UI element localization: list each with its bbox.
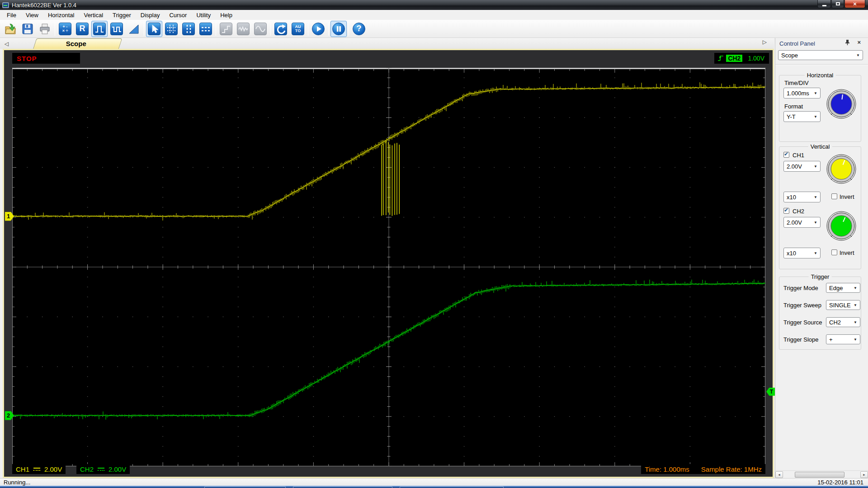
ch1-volts-select[interactable]: 2.00V▼ <box>783 161 821 172</box>
control-panel-close-icon[interactable]: × <box>857 39 861 45</box>
vertical-cursor-button[interactable] <box>180 21 197 37</box>
rising-edge-icon <box>717 54 724 62</box>
ch2-volts-select[interactable]: 2.00V▼ <box>783 217 821 228</box>
pointer-tool-button[interactable] <box>146 21 162 37</box>
open-folder-icon <box>4 23 17 35</box>
trigger-source-select[interactable]: CH2▼ <box>826 317 860 327</box>
maximize-button[interactable] <box>831 0 844 8</box>
refresh-button[interactable] <box>273 21 289 37</box>
horizontal-cursor-button[interactable] <box>198 21 214 37</box>
trigger-sweep-select[interactable]: SINGLE▼ <box>826 300 860 310</box>
minimize-button[interactable] <box>817 0 831 8</box>
scroll-right-button[interactable]: ► <box>860 471 868 478</box>
tab-scroll-left-icon[interactable]: ◁ <box>5 41 9 47</box>
ch1-invert-checkbox[interactable] <box>831 193 837 199</box>
print-button[interactable] <box>37 21 53 37</box>
menu-vertical[interactable]: Vertical <box>80 10 107 20</box>
step-signal-button[interactable] <box>218 21 234 37</box>
control-panel: Control Panel × Scope▼ Horizontal Time/D… <box>775 38 868 478</box>
noise-signal-button[interactable] <box>235 21 251 37</box>
ch2-position-knob[interactable] <box>826 211 857 241</box>
auto-set-button[interactable]: AU TO <box>290 21 306 37</box>
taskbar-button-edge <box>293 486 392 488</box>
windows-taskbar-edge <box>0 486 868 488</box>
ch1-probe-select[interactable]: x10▼ <box>783 192 821 202</box>
chevron-down-icon: ▼ <box>854 286 857 290</box>
tab-scope[interactable]: Scope <box>33 38 119 49</box>
menu-utility[interactable]: Utility <box>192 10 215 20</box>
waveform-pulse2-button[interactable] <box>108 21 125 37</box>
ch1-readout: CH12.00V <box>12 464 66 474</box>
trigger-readout: CH2 1.00V <box>714 53 769 64</box>
trigger-sweep-label: Trigger Sweep <box>783 302 821 309</box>
play-icon <box>313 23 324 34</box>
trigger-slope-select[interactable]: +▼ <box>826 334 860 344</box>
status-bar: Running... 15-02-2016 11:01 <box>0 478 868 486</box>
reference-icon: R <box>80 24 85 33</box>
step-wave-icon <box>221 23 231 34</box>
ch2-invert-checkbox[interactable] <box>831 249 837 255</box>
waveform-pulse-button[interactable] <box>91 21 108 37</box>
menu-display[interactable]: Display <box>137 10 164 20</box>
menu-view[interactable]: View <box>22 10 42 20</box>
format-label: Format <box>784 103 803 110</box>
menu-file[interactable]: File <box>3 10 20 20</box>
math-button[interactable]: + - × ÷ <box>57 21 73 37</box>
pin-icon[interactable] <box>845 39 850 46</box>
trigger-level-marker[interactable]: T <box>766 388 775 396</box>
control-panel-header: Control Panel × <box>775 38 868 49</box>
toolbar-separator <box>349 22 349 36</box>
timediv-select[interactable]: 1.000ms▼ <box>783 88 821 99</box>
timediv-label: Time/DIV <box>784 80 809 86</box>
scroll-left-button[interactable]: ◄ <box>775 471 783 478</box>
scope-screen <box>12 68 765 466</box>
reference-button[interactable]: R <box>74 21 90 37</box>
format-select[interactable]: Y-T▼ <box>783 111 821 122</box>
noise-wave-icon <box>238 23 249 34</box>
ch2-probe-select[interactable]: x10▼ <box>783 248 821 258</box>
taskbar-button-edge <box>400 486 504 488</box>
ch2-label: CH2 <box>793 208 804 215</box>
menu-trigger[interactable]: Trigger <box>108 10 135 20</box>
chevron-down-icon: ▼ <box>856 53 860 57</box>
help-button[interactable]: ? <box>351 21 367 37</box>
toolbar-separator <box>308 22 308 36</box>
app-icon <box>2 2 9 8</box>
dc-coupling-icon <box>98 468 104 472</box>
ch2-enable-checkbox[interactable] <box>783 208 789 214</box>
chevron-down-icon: ▼ <box>814 91 817 95</box>
menu-cursor[interactable]: Cursor <box>165 10 191 20</box>
printer-icon <box>38 23 51 35</box>
toolbar-separator <box>270 22 271 36</box>
vertical-cursors-icon <box>183 23 194 34</box>
ch2-readout: CH22.00V <box>76 464 130 474</box>
ramp-display-button[interactable] <box>126 21 142 37</box>
square-wave-icon <box>94 23 105 34</box>
horizontal-cursors-icon <box>200 23 211 34</box>
ch2-invert-label: Invert <box>840 249 854 256</box>
tab-scroll-right-icon[interactable]: ▷ <box>763 39 767 45</box>
menu-help[interactable]: Help <box>216 10 236 20</box>
pause-button[interactable] <box>330 21 347 37</box>
scrollbar-thumb[interactable] <box>795 472 844 478</box>
waveform-plot <box>12 68 765 466</box>
menu-bar: File View Horizontal Vertical Trigger Di… <box>0 10 868 20</box>
toolbar: + - × ÷ R AU TO ? <box>0 20 868 38</box>
trigger-source-label: Trigger Source <box>783 319 822 326</box>
grid-toggle-button[interactable] <box>163 21 179 37</box>
trigger-slope-label: Trigger Slope <box>783 336 819 343</box>
pulse-wave-icon <box>111 23 122 34</box>
ch1-position-knob[interactable] <box>826 154 857 184</box>
menu-horizontal[interactable]: Horizontal <box>44 10 79 20</box>
trigger-mode-select[interactable]: Edge▼ <box>826 283 860 293</box>
start-button[interactable] <box>310 21 326 37</box>
horizontal-knob[interactable] <box>826 89 857 119</box>
panel-mode-select[interactable]: Scope▼ <box>778 50 863 60</box>
open-file-button[interactable] <box>2 21 19 37</box>
close-button[interactable]: × <box>844 0 865 8</box>
ch1-invert-label: Invert <box>840 193 854 200</box>
sine-signal-button[interactable] <box>252 21 269 37</box>
auto-icon: AU TO <box>295 25 301 33</box>
save-button[interactable] <box>19 21 36 37</box>
ch1-enable-checkbox[interactable] <box>783 152 789 158</box>
